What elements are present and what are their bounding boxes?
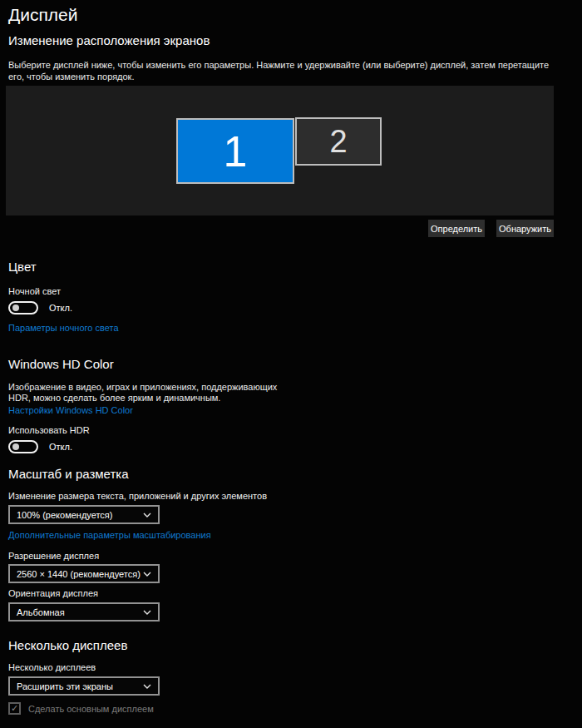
orientation-dropdown-value: Альбомная [17,607,65,617]
color-heading: Цвет [8,260,37,274]
checkmark-icon: ✓ [11,703,18,714]
arrange-description: Выберите дисплей ниже, чтобы изменить ег… [8,59,565,82]
night-light-toggle-row: Откл. [8,301,72,314]
make-primary-label: Сделать основным дисплеем [28,704,154,714]
scale-dropdown-value: 100% (рекомендуется) [17,510,112,520]
make-primary-row: ✓ Сделать основным дисплеем [8,702,154,715]
scale-label: Изменение размера текста, приложений и д… [8,491,267,501]
multiple-displays-label: Несколько дисплеев [8,662,96,672]
hd-color-settings-link[interactable]: Настройки Windows HD Color [8,405,133,415]
use-hdr-toggle-row: Откл. [8,440,72,453]
multiple-displays-dropdown[interactable]: Расширить эти экраны [8,676,160,696]
multiple-displays-heading: Несколько дисплеев [8,638,127,652]
scale-dropdown[interactable]: 100% (рекомендуется) [8,505,160,524]
chevron-down-icon [143,511,151,519]
night-light-state: Откл. [49,303,72,313]
make-primary-checkbox[interactable]: ✓ [8,702,21,715]
arrange-heading: Изменение расположения экранов [8,33,210,47]
use-hdr-label: Использовать HDR [8,425,90,435]
orientation-label: Ориентация дисплея [8,588,98,598]
monitor-1-number: 1 [224,126,248,176]
use-hdr-state: Откл. [49,442,72,452]
night-light-toggle[interactable] [8,301,38,314]
hd-color-heading: Windows HD Color [8,357,114,371]
toggle-knob [12,443,19,450]
chevron-down-icon [143,682,151,691]
monitor-1[interactable]: 1 [176,118,294,184]
resolution-dropdown[interactable]: 2560 × 1440 (рекомендуется) [8,564,160,583]
advanced-scaling-link[interactable]: Дополнительные параметры масштабирования [8,530,211,540]
chevron-down-icon [143,608,151,617]
multiple-displays-dropdown-value: Расширить эти экраны [17,681,113,691]
orientation-dropdown[interactable]: Альбомная [8,602,160,622]
toggle-knob [12,305,19,311]
resolution-dropdown-value: 2560 × 1440 (рекомендуется) [17,569,141,579]
monitor-2[interactable]: 2 [295,117,382,166]
hd-color-description-line1: Изображение в видео, играх и приложениях… [8,381,277,393]
use-hdr-toggle[interactable] [8,440,38,453]
night-light-label: Ночной свет [8,286,61,296]
monitor-arrangement-panel: 1 2 [6,86,554,215]
scale-layout-heading: Масштаб и разметка [8,467,129,481]
monitor-2-number: 2 [329,124,347,160]
display-settings-page: Дисплей Изменение расположения экранов В… [0,0,582,728]
detect-button[interactable]: Обнаружить [496,220,554,237]
identify-button[interactable]: Определить [428,220,485,237]
resolution-label: Разрешение дисплея [8,551,99,561]
chevron-down-icon [143,570,151,578]
page-title: Дисплей [8,5,78,25]
night-light-settings-link[interactable]: Параметры ночного света [8,323,119,333]
hd-color-description-line2: HDR, можно сделать более ярким и динамич… [8,392,220,404]
